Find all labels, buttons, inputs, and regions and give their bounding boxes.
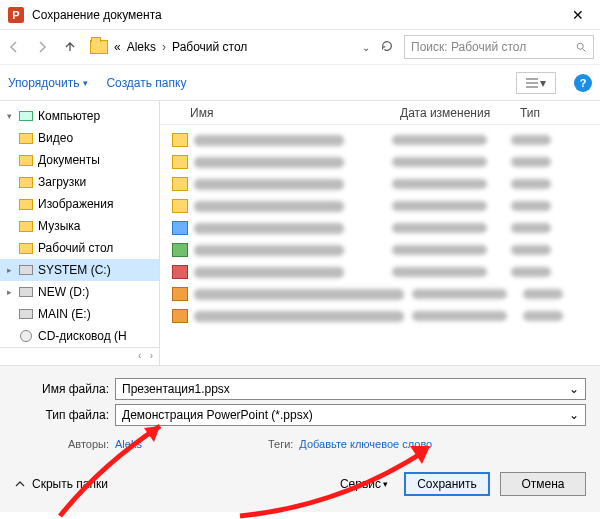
sidebar-item-desktop[interactable]: Рабочий стол — [0, 237, 159, 259]
tags-label: Теги: — [268, 438, 293, 450]
svg-point-0 — [577, 43, 583, 49]
chevron-down-icon: ▾ — [83, 78, 88, 88]
path-segment-2[interactable]: Рабочий стол — [172, 40, 247, 54]
chevron-down-icon: ▾ — [540, 76, 546, 90]
service-button[interactable]: Сервис▾ — [340, 477, 388, 491]
list-item[interactable] — [172, 217, 600, 239]
chevron-down-icon[interactable]: ⌄ — [569, 382, 579, 396]
col-name[interactable]: Имя — [160, 106, 400, 120]
chevron-down-icon[interactable]: ⌄ — [362, 42, 370, 53]
back-button[interactable] — [6, 39, 28, 55]
sidebar-item-videos[interactable]: Видео — [0, 127, 159, 149]
sidebar-scroll[interactable]: ‹ › — [0, 347, 159, 363]
filename-input[interactable]: Презентация1.ppsx⌄ — [115, 378, 586, 400]
search-input[interactable]: Поиск: Рабочий стол — [404, 35, 594, 59]
filetype-select[interactable]: Демонстрация PowerPoint (*.ppsx)⌄ — [115, 404, 586, 426]
sidebar-item-music[interactable]: Музыка — [0, 215, 159, 237]
path-prefix: « — [114, 40, 121, 54]
filename-label: Имя файла: — [14, 382, 109, 396]
window-title: Сохранение документа — [32, 8, 555, 22]
up-button[interactable] — [62, 39, 84, 55]
list-item[interactable] — [172, 173, 600, 195]
title-bar: P Сохранение документа ✕ — [0, 0, 600, 30]
file-pane: Имя Дата изменения Тип — [160, 101, 600, 365]
col-type[interactable]: Тип — [520, 106, 600, 120]
sidebar-item-new-d[interactable]: ▸NEW (D:) — [0, 281, 159, 303]
cancel-button[interactable]: Отмена — [500, 472, 586, 496]
col-date[interactable]: Дата изменения — [400, 106, 520, 120]
path-segment-1[interactable]: Aleks — [127, 40, 156, 54]
toolbar: Упорядочить▾ Создать папку ▾ ? — [0, 64, 600, 100]
sidebar-item-computer[interactable]: ▾Компьютер — [0, 105, 159, 127]
authors-value[interactable]: Aleks — [115, 438, 142, 450]
list-item[interactable] — [172, 195, 600, 217]
save-button[interactable]: Сохранить — [404, 472, 490, 496]
sidebar: ▾Компьютер Видео Документы Загрузки Изоб… — [0, 101, 160, 365]
list-item[interactable] — [172, 283, 600, 305]
sidebar-item-documents[interactable]: Документы — [0, 149, 159, 171]
sidebar-item-downloads[interactable]: Загрузки — [0, 171, 159, 193]
app-icon: P — [8, 7, 24, 23]
list-item[interactable] — [172, 305, 600, 327]
list-item[interactable] — [172, 239, 600, 261]
bottom-panel: Имя файла: Презентация1.ppsx⌄ Тип файла:… — [0, 365, 600, 512]
filetype-label: Тип файла: — [14, 408, 109, 422]
sidebar-item-main-e[interactable]: MAIN (E:) — [0, 303, 159, 325]
search-placeholder: Поиск: Рабочий стол — [411, 40, 575, 54]
svg-line-1 — [583, 49, 586, 52]
list-icon — [526, 78, 538, 88]
nav-row: « Aleks › Рабочий стол ⌄ Поиск: Рабочий … — [0, 30, 600, 64]
organize-button[interactable]: Упорядочить▾ — [8, 76, 88, 90]
sidebar-item-cd-h[interactable]: CD-дисковод (H — [0, 325, 159, 347]
refresh-button[interactable] — [376, 39, 398, 56]
chevron-up-icon — [14, 478, 26, 490]
path-bar[interactable]: « Aleks › Рабочий стол — [90, 40, 356, 54]
help-button[interactable]: ? — [574, 74, 592, 92]
tags-placeholder[interactable]: Добавьте ключевое слово — [299, 438, 432, 450]
hide-folders-button[interactable]: Скрыть папки — [14, 477, 330, 491]
close-button[interactable]: ✕ — [555, 0, 600, 30]
view-mode-button[interactable]: ▾ — [516, 72, 556, 94]
folder-icon — [90, 40, 108, 54]
list-item[interactable] — [172, 151, 600, 173]
search-icon — [575, 41, 587, 53]
sidebar-item-pictures[interactable]: Изображения — [0, 193, 159, 215]
authors-label: Авторы: — [14, 438, 109, 450]
sidebar-item-system-c[interactable]: ▸SYSTEM (C:) — [0, 259, 159, 281]
file-list[interactable] — [160, 125, 600, 365]
column-headers[interactable]: Имя Дата изменения Тип — [160, 101, 600, 125]
list-item[interactable] — [172, 261, 600, 283]
new-folder-button[interactable]: Создать папку — [106, 76, 186, 90]
chevron-down-icon[interactable]: ⌄ — [569, 408, 579, 422]
list-item[interactable] — [172, 129, 600, 151]
chevron-right-icon: › — [162, 40, 166, 54]
forward-button[interactable] — [34, 39, 56, 55]
